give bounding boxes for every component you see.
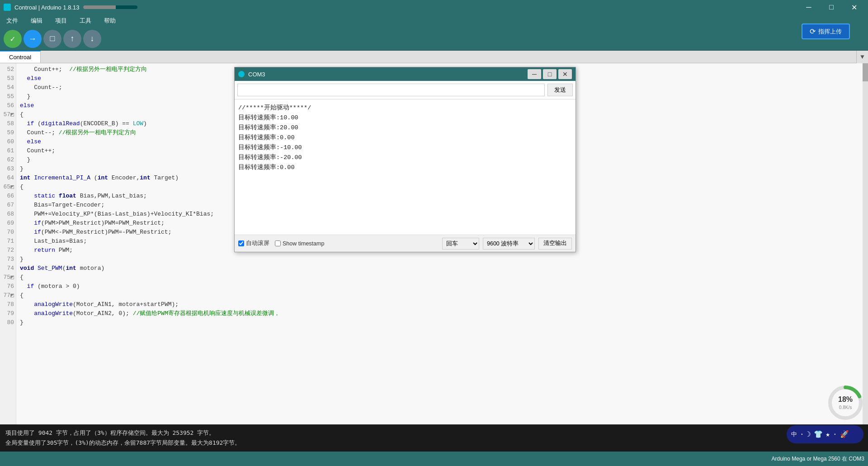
tray-item-moon: ☽ bbox=[807, 430, 811, 439]
timestamp-checkbox[interactable]: Show timestamp bbox=[275, 240, 324, 247]
loading-bar-fill bbox=[83, 5, 116, 9]
tab-label: Controal bbox=[9, 54, 31, 61]
output-line: //*****开始驱动*****/ bbox=[238, 103, 572, 113]
scrollbar-thumb[interactable] bbox=[863, 63, 868, 81]
editor-scrollbar[interactable] bbox=[863, 63, 868, 424]
output-line: 目标转速频率:0.00 bbox=[238, 163, 572, 173]
output-line: 目标转速频率:10.00 bbox=[238, 113, 572, 123]
timestamp-label: Show timestamp bbox=[283, 240, 324, 247]
com-titlebar-left: COM3 bbox=[238, 71, 265, 78]
output-line: 目标转速频率:-20.00 bbox=[238, 153, 572, 163]
maximize-button[interactable]: □ bbox=[821, 0, 842, 14]
output-line: 目标转速频率:0.00 bbox=[238, 133, 572, 143]
title-bar: Controal | Arduino 1.8.13 ─ □ ✕ bbox=[0, 0, 868, 14]
com-titlebar: COM3 ─ □ ✕ bbox=[235, 67, 576, 81]
svg-text:18%: 18% bbox=[838, 395, 853, 403]
auto-scroll-checkbox[interactable]: 自动滚屏 bbox=[238, 240, 269, 247]
gauge-widget: 18% 0.8K/s bbox=[827, 385, 863, 421]
upload-label: 指挥上传 bbox=[818, 28, 842, 36]
toolbar: ✓ → □ ↑ ↓ ⟳ 指挥上传 🔍 bbox=[0, 27, 868, 51]
menu-tools[interactable]: 工具 bbox=[77, 16, 94, 26]
tray-widget: 中 · ☽ 👕 ★ · 🚀 bbox=[787, 425, 863, 443]
close-button[interactable]: ✕ bbox=[844, 0, 864, 14]
board-info: Arduino Mega or Mega 2560 在 COM3 bbox=[772, 455, 864, 463]
status-bar: 项目使用了 9042 字节，占用了（3%）程序存储空间。最大为 253952 字… bbox=[0, 424, 868, 452]
main-content: 52 53 54 55 56 57◩ 58 59 60 61 62 63 64 … bbox=[0, 63, 868, 424]
window-controls[interactable]: ─ □ ✕ bbox=[798, 0, 864, 14]
app-icon bbox=[4, 4, 11, 11]
auto-scroll-check[interactable] bbox=[238, 240, 244, 246]
com-dialog: COM3 ─ □ ✕ 发送 //*****开始驱动*****/ 目标转速频率:1… bbox=[234, 67, 576, 252]
com-output: //*****开始驱动*****/ 目标转速频率:10.00 目标转速频率:20… bbox=[235, 99, 576, 235]
output-line: 目标转速频率:-10.00 bbox=[238, 143, 572, 153]
auto-scroll-label: 自动滚屏 bbox=[246, 240, 269, 247]
open-button[interactable]: ↑ bbox=[63, 30, 81, 48]
baud-select[interactable]: 9600 波特率 115200 波特率 bbox=[483, 238, 535, 249]
com-footer: 自动滚屏 Show timestamp 回车 换行 回车换行 9600 波特率 … bbox=[235, 235, 576, 252]
cloud-upload-button[interactable]: ⟳ 指挥上传 bbox=[802, 24, 850, 39]
bottom-bar: Arduino Mega or Mega 2560 在 COM3 bbox=[0, 452, 868, 466]
svg-text:0.8K/s: 0.8K/s bbox=[839, 405, 852, 410]
status-line-2: 全局变量使用了305字节，(3%)的动态内存，余留7887字节局部变量。最大为8… bbox=[5, 438, 863, 448]
menu-project[interactable]: 项目 bbox=[52, 16, 70, 26]
com-icon bbox=[238, 71, 245, 77]
output-line: 目标转速频率:20.00 bbox=[238, 123, 572, 133]
upload-icon: ⟳ bbox=[810, 27, 816, 36]
menu-edit[interactable]: 编辑 bbox=[28, 16, 45, 26]
verify-button[interactable]: ✓ bbox=[4, 30, 22, 48]
tray-item-zh: 中 bbox=[791, 430, 797, 438]
minimize-button[interactable]: ─ bbox=[798, 0, 819, 14]
timestamp-check[interactable] bbox=[275, 240, 281, 246]
status-line-1: 项目使用了 9042 字节，占用了（3%）程序存储空间。最大为 253952 字… bbox=[5, 428, 863, 438]
com-maximize-button[interactable]: □ bbox=[543, 69, 557, 79]
svg-point-0 bbox=[5, 5, 9, 9]
gauge-svg: 18% 0.8K/s bbox=[827, 385, 863, 421]
line-numbers: 52 53 54 55 56 57◩ 58 59 60 61 62 63 64 … bbox=[0, 63, 16, 424]
tab-dropdown-button[interactable]: ▼ bbox=[856, 51, 868, 63]
com-title: COM3 bbox=[248, 71, 265, 78]
com-footer-right: 回车 换行 回车换行 9600 波特率 115200 波特率 清空输出 bbox=[442, 238, 572, 249]
tray-item-shirt: 👕 bbox=[814, 430, 823, 439]
com-close-button[interactable]: ✕ bbox=[558, 69, 572, 79]
tray-item-rocket: 🚀 bbox=[840, 430, 849, 439]
loading-bar bbox=[83, 5, 137, 9]
tray-item-star: ★ bbox=[826, 430, 830, 439]
upload-button[interactable]: → bbox=[24, 30, 42, 48]
save-button[interactable]: ↓ bbox=[83, 30, 101, 48]
titlebar-left: Controal | Arduino 1.8.13 bbox=[4, 4, 137, 11]
com-window-controls[interactable]: ─ □ ✕ bbox=[528, 69, 572, 79]
menu-bar: 文件 编辑 项目 工具 帮助 bbox=[0, 14, 868, 27]
app-title: Controal | Arduino 1.8.13 bbox=[14, 4, 80, 11]
com-input-bar: 发送 bbox=[235, 81, 576, 99]
new-button[interactable]: □ bbox=[43, 30, 61, 48]
linefeed-select[interactable]: 回车 换行 回车换行 bbox=[442, 238, 479, 249]
tray-item-dot1: · bbox=[800, 430, 804, 438]
menu-file[interactable]: 文件 bbox=[4, 16, 21, 26]
clear-output-button[interactable]: 清空输出 bbox=[538, 238, 572, 249]
tab-bar: Controal ▼ bbox=[0, 51, 868, 63]
menu-help[interactable]: 帮助 bbox=[101, 16, 118, 26]
tray-item-dot2: · bbox=[833, 430, 837, 438]
tab-controal[interactable]: Controal bbox=[0, 51, 41, 63]
dropdown-icon: ▼ bbox=[860, 53, 864, 61]
com-send-input[interactable] bbox=[237, 84, 545, 96]
com-send-button[interactable]: 发送 bbox=[547, 84, 573, 96]
com-minimize-button[interactable]: ─ bbox=[528, 69, 541, 79]
